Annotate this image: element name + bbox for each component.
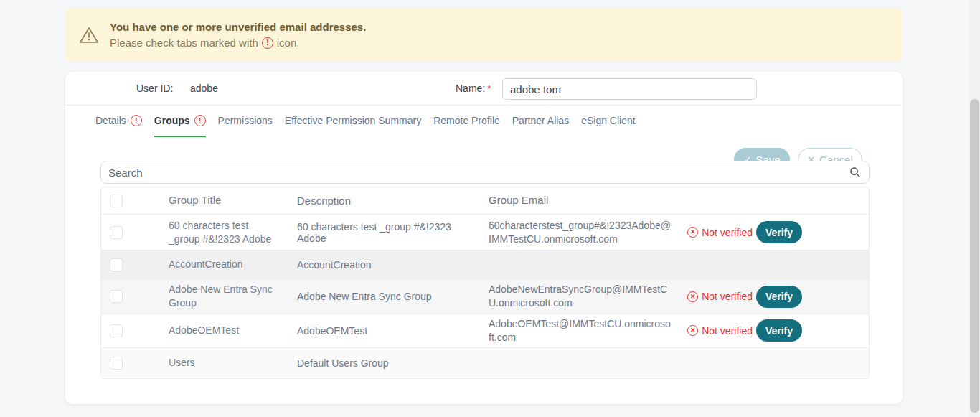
tab-label: eSign Client xyxy=(581,115,636,126)
not-verified-label: Not verified xyxy=(702,291,753,302)
group-description-cell: AccountCreation xyxy=(288,256,481,273)
group-title-cell: AccountCreation xyxy=(151,255,288,274)
circle-x-icon: ✕ xyxy=(687,291,698,302)
tab-effective-permission-summary[interactable]: Effective Permission Summary xyxy=(285,115,421,137)
tab-remote-profile[interactable]: Remote Profile xyxy=(433,115,500,137)
not-verified-badge: ✕Not verified xyxy=(687,227,753,238)
row-checkbox[interactable] xyxy=(110,290,123,303)
group-search xyxy=(100,161,870,184)
group-description-cell: Adobe New Entra Sync Group xyxy=(288,288,481,305)
table-header-row: Group Title Description Group Email xyxy=(101,187,869,215)
tab-permissions[interactable]: Permissions xyxy=(218,115,273,137)
tab-esign-client[interactable]: eSign Client xyxy=(581,115,636,137)
group-email-cell xyxy=(481,360,679,366)
banner-message: Please check tabs marked with ! icon. xyxy=(110,37,366,49)
page: { "page": { "background": "#f5f6f8" }, "… xyxy=(0,0,980,417)
user-detail-panel: User ID: adobe Name:* Details!Groups!Per… xyxy=(65,72,903,404)
alert-circle-icon: ! xyxy=(131,115,142,126)
group-email-cell: AdobeNewEntraSyncGroup@IMMTestCU.onmicro… xyxy=(481,280,679,313)
tab-partner-alias[interactable]: Partner Alias xyxy=(512,115,569,137)
tab-label: Remote Profile xyxy=(433,115,500,126)
tab-label: Effective Permission Summary xyxy=(285,115,421,126)
user-identity-row: User ID: adobe Name:* xyxy=(65,72,903,106)
group-description-cell: 60 characters test _group #&!2323 Adobe xyxy=(288,218,481,247)
row-checkbox[interactable] xyxy=(110,324,123,337)
table-row: 60 characters test _group #&!2323 Adobe6… xyxy=(101,215,869,250)
search-icon[interactable] xyxy=(849,167,861,178)
groups-table: Group Title Description Group Email 60 c… xyxy=(100,187,870,379)
scrollbar-thumb[interactable] xyxy=(970,99,979,413)
table-row: UsersDefault Users Group xyxy=(101,348,869,378)
not-verified-badge: ✕Not verified xyxy=(687,325,753,337)
header-group-email: Group Email xyxy=(481,190,679,210)
row-checkbox[interactable] xyxy=(110,258,123,271)
not-verified-label: Not verified xyxy=(702,227,753,238)
tab-details[interactable]: Details! xyxy=(95,115,142,137)
group-email-cell: 60characterstest_group#&!2323Adobe@IMMTe… xyxy=(481,216,679,249)
tab-bar: Details!Groups!PermissionsEffective Perm… xyxy=(65,106,903,144)
tab-label: Details xyxy=(95,115,126,126)
warning-triangle-icon xyxy=(79,26,99,44)
group-title-cell: Users xyxy=(151,353,288,373)
select-all-checkbox[interactable] xyxy=(110,195,123,207)
table-row: AdobeOEMTestAdobeOEMTestAdobeOEMTest@IMM… xyxy=(101,314,869,348)
table-row: AccountCreationAccountCreation xyxy=(101,250,869,279)
group-title-cell: Adobe New Entra Sync Group xyxy=(151,280,288,313)
row-checkbox[interactable] xyxy=(110,226,123,239)
header-description: Description xyxy=(288,192,481,210)
circle-x-icon: ✕ xyxy=(687,227,698,238)
group-description-cell: Default Users Group xyxy=(288,355,481,372)
verify-button[interactable]: Verify xyxy=(756,286,802,308)
not-verified-badge: ✕Not verified xyxy=(687,291,753,302)
tab-label: Permissions xyxy=(218,115,273,126)
table-body: 60 characters test _group #&!2323 Adobe6… xyxy=(101,215,869,378)
tab-label: Groups xyxy=(154,115,190,126)
alert-circle-icon: ! xyxy=(194,115,206,126)
required-marker: * xyxy=(487,83,491,94)
scrollbar[interactable] xyxy=(969,0,980,417)
tab-list: Details!Groups!PermissionsEffective Perm… xyxy=(95,115,636,137)
group-title-cell: 60 characters test _group #&!2323 Adobe xyxy=(151,216,288,249)
not-verified-label: Not verified xyxy=(702,325,753,337)
tab-label: Partner Alias xyxy=(512,115,569,126)
group-email-cell xyxy=(481,262,679,268)
user-id-value: adobe xyxy=(190,83,218,94)
search-input[interactable] xyxy=(100,161,870,184)
banner-title: You have one or more unverified email ad… xyxy=(110,21,366,33)
group-email-cell: AdobeOEMTest@IMMTestCU.onmicrosoft.com xyxy=(481,314,679,347)
group-description-cell: AdobeOEMTest xyxy=(288,322,481,339)
table-row: Adobe New Entra Sync GroupAdobe New Entr… xyxy=(101,279,869,314)
group-title-cell: AdobeOEMTest xyxy=(151,321,288,340)
user-id-label: User ID: xyxy=(136,83,173,94)
header-group-title: Group Title xyxy=(151,190,288,210)
name-field[interactable] xyxy=(502,78,757,100)
tab-groups[interactable]: Groups! xyxy=(154,115,206,137)
name-label: Name:* xyxy=(456,83,491,94)
verify-button[interactable]: Verify xyxy=(756,221,802,243)
verify-button[interactable]: Verify xyxy=(756,319,802,342)
circle-x-icon: ✕ xyxy=(687,325,698,336)
alert-circle-icon: ! xyxy=(262,37,273,49)
row-checkbox[interactable] xyxy=(110,357,123,370)
unverified-email-banner: You have one or more unverified email ad… xyxy=(65,9,903,61)
